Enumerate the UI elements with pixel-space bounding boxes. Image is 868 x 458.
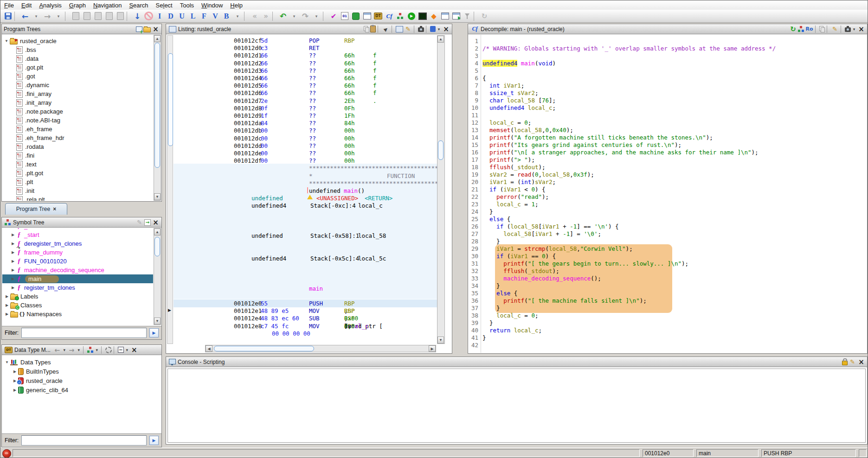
nav-back-icon[interactable]: ← bbox=[20, 11, 30, 21]
code-line[interactable]: } bbox=[482, 208, 493, 216]
lock-icon[interactable] bbox=[842, 361, 848, 365]
menu-select[interactable]: Select bbox=[152, 1, 176, 9]
listing-row[interactable]: 001012d72e??2Eh. bbox=[174, 97, 437, 105]
validate-check-icon[interactable]: ✔ bbox=[328, 11, 339, 21]
filter-options-icon[interactable]: ▶ bbox=[149, 436, 159, 445]
code-line[interactable]: { bbox=[482, 75, 486, 82]
code-line[interactable]: ssize_t sVar2; bbox=[482, 89, 538, 97]
tree-item-section[interactable]: .init bbox=[2, 186, 153, 195]
tree-item-section[interactable]: .note.package bbox=[2, 107, 153, 116]
code-line[interactable]: } bbox=[482, 319, 493, 327]
edit-fields-icon[interactable]: ✎ bbox=[404, 25, 412, 33]
console-output[interactable] bbox=[167, 369, 866, 443]
scrollbar-thumb[interactable] bbox=[154, 43, 160, 168]
data-type-item-rusted-oracle[interactable]: ▶✓rusted_oracle bbox=[2, 376, 161, 385]
code-line[interactable]: local_c = 0; bbox=[482, 119, 531, 127]
listing-horizontal-scrollbar[interactable]: ◀ ▶ bbox=[205, 345, 436, 352]
code-line[interactable]: if (iVar1 == 0) { bbox=[482, 253, 556, 260]
code-line[interactable]: if (local_58[iVar1 + -1] == '\n') { bbox=[482, 223, 619, 230]
scroll-up-icon[interactable]: ▲ bbox=[154, 35, 161, 42]
nav-forward-dropdown-icon[interactable]: ▾ bbox=[53, 11, 64, 21]
close-icon[interactable]: × bbox=[857, 358, 865, 366]
call-graph-icon[interactable] bbox=[395, 11, 405, 21]
listing-row[interactable]: 001012d366??66hf bbox=[174, 67, 437, 75]
program-trees-scrollbar[interactable]: ▲ ▼ bbox=[154, 35, 161, 201]
code-line[interactable]: } bbox=[482, 282, 500, 290]
code-line[interactable]: undefined4 main(void) bbox=[482, 60, 556, 67]
clear-code-icon[interactable] bbox=[143, 11, 154, 21]
snapshot-camera-icon[interactable] bbox=[845, 27, 851, 32]
scroll-up-icon[interactable]: ▲ bbox=[437, 36, 444, 43]
code-line[interactable]: local_c = 1; bbox=[482, 201, 538, 208]
paste-icon[interactable] bbox=[370, 25, 376, 32]
listing-row[interactable]: 001012d566??66hf bbox=[174, 82, 437, 89]
symbol-tree-item-frame-dummy[interactable]: ▶ƒframe_dummy bbox=[2, 248, 153, 257]
tree-item-section[interactable]: .eh_frame bbox=[2, 125, 153, 134]
code-line[interactable]: char local_58 [76]; bbox=[482, 97, 556, 104]
menu-help[interactable]: Help bbox=[226, 1, 246, 9]
symbol-tree-filter-input[interactable] bbox=[21, 328, 147, 338]
code-line[interactable]: /* WARNING: Globals starting with '_' ov… bbox=[482, 45, 776, 52]
tree-item-section[interactable]: .note.ABI-tag bbox=[2, 116, 153, 125]
code-line[interactable]: printf("> "); bbox=[482, 156, 535, 164]
prev-bookmark-icon[interactable]: « bbox=[250, 11, 260, 21]
letter-v-icon[interactable]: V bbox=[210, 11, 220, 21]
code-line[interactable]: memset(local_58,0,0x40); bbox=[482, 127, 573, 134]
tab-program-tree[interactable]: Program Tree × bbox=[5, 203, 67, 215]
redo-icon[interactable]: ↷ bbox=[300, 11, 310, 21]
scroll-down-icon[interactable]: ▼ bbox=[437, 337, 444, 344]
tree-item-section[interactable]: .got.plt bbox=[2, 63, 153, 72]
listing-row[interactable]: 001012da84??84h bbox=[174, 120, 437, 127]
symbol-tree-item-deregister-tm-clones[interactable]: ▶ƒderegister_tm_clones bbox=[2, 239, 153, 248]
close-icon[interactable]: × bbox=[857, 25, 865, 33]
data-type-archive-icon[interactable]: DT bbox=[373, 11, 383, 21]
scroll-down-icon[interactable]: ▼ bbox=[154, 193, 161, 200]
listing-row[interactable]: 001012e8c7 45 fcMOVdword ptr [RBP + loca… bbox=[174, 323, 437, 330]
tab-close-icon[interactable]: × bbox=[53, 206, 56, 212]
listing-row[interactable]: 001012dd00??00h bbox=[174, 142, 437, 150]
listing-row[interactable]: 001012d666??66hf bbox=[174, 89, 437, 97]
code-line[interactable]: iVar1 = (int)sVar2; bbox=[482, 178, 556, 186]
tree-item-section[interactable]: .plt bbox=[2, 178, 153, 186]
code-line[interactable]: printf("\n[ a stranger approaches, and t… bbox=[482, 149, 759, 156]
code-line[interactable]: } bbox=[482, 238, 500, 245]
listing-row[interactable]: 001012d80f??0Fh bbox=[174, 105, 437, 112]
tree-item-section[interactable]: .init_array bbox=[2, 98, 153, 107]
copy-icon[interactable] bbox=[364, 26, 369, 32]
diamond-icon[interactable]: ◆ bbox=[429, 11, 439, 21]
table-view-icon[interactable] bbox=[396, 26, 403, 32]
code-line[interactable]: machine_decoding_sequence(); bbox=[482, 275, 601, 282]
code-line[interactable]: undefined4 local_c; bbox=[482, 104, 556, 112]
code-line[interactable]: perror("read"); bbox=[482, 193, 549, 201]
dropdown-icon[interactable]: ▾ bbox=[95, 346, 99, 354]
listing-row[interactable]: 001012db00??00h bbox=[174, 127, 437, 134]
undo-icon[interactable]: ↶ bbox=[278, 11, 288, 21]
listing-row[interactable]: 001012e448 83 ec 60SUBRSP,0x60 bbox=[174, 315, 437, 322]
code-line[interactable]: return local_c; bbox=[482, 327, 542, 334]
collapse-all-icon[interactable]: − bbox=[118, 347, 124, 353]
symbol-tree-item-labels[interactable]: ▶Labels bbox=[2, 292, 153, 301]
diff-view-icon[interactable] bbox=[430, 26, 436, 32]
symbol-tree-scrollbar[interactable]: ▲ ▼ bbox=[154, 228, 161, 325]
dropdown-icon[interactable]: ▾ bbox=[62, 346, 67, 354]
close-icon[interactable]: × bbox=[152, 218, 160, 226]
redo-dropdown-icon[interactable]: ▾ bbox=[311, 11, 321, 21]
code-line[interactable]: } bbox=[482, 305, 500, 312]
undo-dropdown-icon[interactable]: ▾ bbox=[289, 11, 299, 21]
code-line[interactable]: local_58[iVar1 + -1] = '\0'; bbox=[482, 230, 601, 238]
data-type-item-data-types[interactable]: ▼Data Types bbox=[2, 357, 161, 367]
listing-row[interactable]: 001012cf5dPOPRBP bbox=[174, 37, 437, 45]
scroll-down-icon[interactable]: ▼ bbox=[154, 318, 161, 324]
ro-icon[interactable]: Ro bbox=[805, 25, 813, 33]
dropdown-icon[interactable]: ▾ bbox=[125, 346, 129, 354]
cursor-arrow-icon[interactable]: ▶ bbox=[380, 24, 392, 35]
decompiler-cf-icon[interactable]: Cf bbox=[384, 11, 394, 21]
listing-row[interactable]: 001012e148 89 e5MOVRBP,RSP bbox=[174, 307, 437, 315]
snapshot-camera-icon[interactable] bbox=[418, 27, 424, 32]
listing-row[interactable]: 001012e055PUSHRBP bbox=[174, 300, 437, 307]
tree-item-section[interactable]: .fini_array bbox=[2, 89, 153, 98]
code-line[interactable]: local_c = 0; bbox=[482, 312, 538, 319]
symbol-tree-item-fun-00101020[interactable]: ▶ƒFUN_00101020 bbox=[2, 257, 153, 266]
scrollbar-thumb[interactable] bbox=[438, 140, 444, 160]
listing-row[interactable]: 001012df00??00h bbox=[174, 157, 437, 165]
